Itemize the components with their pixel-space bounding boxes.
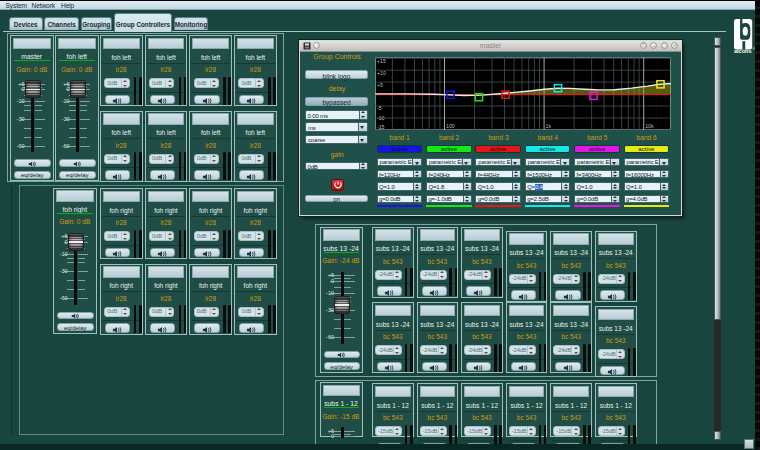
svg-text:+5: +5 bbox=[377, 82, 383, 88]
svg-text:10k: 10k bbox=[645, 123, 654, 129]
svg-text:-15: -15 bbox=[377, 124, 385, 130]
svg-text:100: 100 bbox=[446, 123, 455, 129]
svg-text:+15: +15 bbox=[377, 58, 386, 64]
svg-text:+10: +10 bbox=[377, 70, 386, 76]
svg-text:-10: -10 bbox=[377, 115, 385, 121]
svg-text:1k: 1k bbox=[546, 123, 552, 129]
svg-text:-5: -5 bbox=[377, 105, 382, 111]
